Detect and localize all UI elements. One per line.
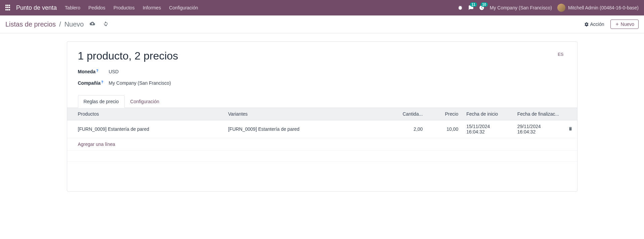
- company-label: Compañía: [78, 80, 101, 86]
- add-line-row: Agregar una línea: [67, 138, 577, 151]
- company-help-icon[interactable]: ?: [101, 80, 103, 84]
- language-badge[interactable]: ES: [558, 52, 566, 57]
- breadcrumb-parent[interactable]: Listas de precios: [5, 21, 56, 28]
- control-panel-right: Acción Nuevo: [582, 19, 639, 29]
- col-delete: [564, 108, 577, 120]
- breadcrumb: Listas de precios / Nuevo: [5, 21, 109, 28]
- control-panel: Listas de precios / Nuevo Acción Nuevo: [0, 15, 644, 33]
- form-container: 1 producto, 2 precios ES Moneda ? USD Co…: [0, 33, 644, 192]
- main-navbar: Punto de venta Tablero Pedidos Productos…: [0, 0, 644, 15]
- menu-productos[interactable]: Productos: [114, 5, 135, 10]
- cell-product[interactable]: [FURN_0009] Estantería de pared: [67, 120, 224, 138]
- add-line-link[interactable]: Agregar una línea: [78, 142, 115, 147]
- discard-icon[interactable]: [103, 21, 109, 28]
- col-start-date[interactable]: Fecha de inicio: [462, 108, 513, 120]
- avatar: [557, 4, 565, 12]
- menu-tablero[interactable]: Tablero: [65, 5, 80, 10]
- cell-end[interactable]: 29/11/2024 16:04:32: [513, 120, 564, 138]
- cloud-save-icon[interactable]: [90, 21, 95, 28]
- field-currency: Moneda ? USD: [78, 69, 566, 74]
- user-menu[interactable]: Mitchell Admin (00484-16-0-base): [557, 4, 639, 12]
- col-variants[interactable]: Variantes: [224, 108, 391, 120]
- currency-help-icon[interactable]: ?: [96, 69, 98, 73]
- cell-price[interactable]: 10,00: [427, 120, 462, 138]
- company-value[interactable]: My Company (San Francisco): [109, 80, 171, 86]
- new-button[interactable]: Nuevo: [610, 19, 639, 29]
- messages-badge: 11: [470, 2, 477, 7]
- field-company: Compañía ? My Company (San Francisco): [78, 80, 566, 86]
- debug-icon[interactable]: [458, 5, 463, 10]
- form-fields: Moneda ? USD Compañía ? My Company (San …: [78, 69, 566, 86]
- col-quantity[interactable]: Cantida...: [391, 108, 427, 120]
- tab-price-rules[interactable]: Reglas de precio: [78, 95, 125, 108]
- action-label: Acción: [590, 22, 604, 27]
- new-label: Nuevo: [621, 22, 634, 27]
- app-brand[interactable]: Punto de venta: [16, 4, 57, 11]
- breadcrumb-separator: /: [59, 21, 61, 28]
- currency-label: Moneda: [78, 69, 96, 74]
- breadcrumb-current: Nuevo: [65, 21, 84, 28]
- main-menu: Tablero Pedidos Productos Informes Confi…: [65, 5, 198, 10]
- cell-variant[interactable]: [FURN_0009] Estantería de pared: [224, 120, 391, 138]
- action-dropdown[interactable]: Acción: [582, 20, 607, 28]
- apps-icon[interactable]: [5, 5, 11, 11]
- table-header-row: Productos Variantes Cantida... Precio Fe…: [67, 108, 577, 120]
- totals-row: [67, 162, 577, 175]
- currency-value[interactable]: USD: [109, 69, 119, 74]
- delete-row-icon[interactable]: [564, 120, 577, 138]
- form-sheet: 1 producto, 2 precios ES Moneda ? USD Co…: [67, 41, 577, 192]
- page-title[interactable]: 1 producto, 2 precios: [78, 50, 558, 62]
- menu-pedidos[interactable]: Pedidos: [88, 5, 105, 10]
- activities-badge: 10: [481, 2, 488, 7]
- table-row[interactable]: [FURN_0009] Estantería de pared [FURN_00…: [67, 120, 577, 138]
- menu-informes[interactable]: Informes: [143, 5, 161, 10]
- company-selector[interactable]: My Company (San Francisco): [490, 5, 552, 10]
- empty-row: [67, 151, 577, 162]
- tab-configuration[interactable]: Configuración: [125, 95, 165, 108]
- col-products[interactable]: Productos: [67, 108, 224, 120]
- col-end-date[interactable]: Fecha de finalizac...: [513, 108, 564, 120]
- price-rules-table: Productos Variantes Cantida... Precio Fe…: [67, 108, 577, 175]
- cell-start[interactable]: 15/11/2024 16:04:32: [462, 120, 513, 138]
- navbar-right: 11 10 My Company (San Francisco) Mitchel…: [458, 4, 639, 12]
- user-name: Mitchell Admin (00484-16-0-base): [568, 5, 639, 10]
- activities-icon[interactable]: 10: [479, 5, 484, 10]
- cell-qty[interactable]: 2,00: [391, 120, 427, 138]
- messages-icon[interactable]: 11: [468, 5, 474, 10]
- tabs: Reglas de precio Configuración: [67, 95, 577, 108]
- col-price[interactable]: Precio: [427, 108, 462, 120]
- menu-configuracion[interactable]: Configuración: [169, 5, 198, 10]
